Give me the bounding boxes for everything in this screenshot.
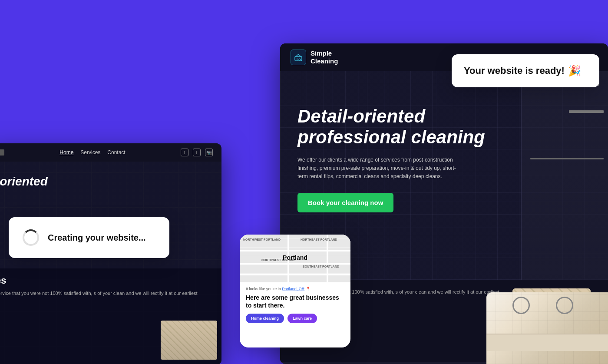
book-cleaning-button[interactable]: Book your cleaning now [297,193,393,212]
loading-spinner [23,229,39,246]
map-label-ne-portland: NORTHEAST PORTLAND [301,238,337,241]
bottom-right-kitchen [486,292,608,364]
hero-description: We offer our clients a wide range of ser… [297,156,463,181]
left-hero-text: -oriented [0,175,48,189]
ready-text: Your website is ready! 🎉 [464,65,587,77]
wall-line [530,158,604,159]
left-nav-logo-placeholder [0,149,4,156]
left-nav-links: Home Services Contact [59,149,125,156]
svg-rect-0 [295,56,302,61]
left-nav-contact[interactable]: Contact [107,149,125,156]
location-text: It looks like you're in Portland, OR 📍 [246,287,344,291]
hero-content: Detail-oriented professional cleaning We… [297,106,495,212]
map-road-1 [240,250,350,251]
logo-icon [291,50,306,65]
left-kitchen-sim [161,321,217,360]
pendant-light-left [512,297,530,314]
mobile-preview: NORTHWEST PORTLAND NORTHEAST PORTLAND NO… [240,235,350,347]
left-social-icons: f t 📷 [181,149,213,156]
creating-text: Creating your website... [48,233,146,243]
shelf-fixture [569,110,604,113]
twitter-icon[interactable]: t [193,149,201,156]
mobile-heading: Here are some great businesses to start … [246,294,344,309]
hero-title: Detail-oriented professional cleaning [297,106,495,148]
map-road-3 [240,274,350,275]
portland-city-label: Portland [283,254,307,261]
logo-area: Simple Cleaning [291,50,338,65]
map-road-v2 [327,235,328,282]
creating-popup: Creating your website... [9,217,169,258]
left-bottom-label: es [0,275,213,286]
home-cleaning-button[interactable]: Home cleaning [246,314,284,323]
kitchen-tiles [486,292,608,364]
facebook-icon[interactable]: f [181,149,188,156]
kitchen-photo [486,292,608,364]
map-label-nw-portland: NORTHWEST PORTLAND [243,238,281,241]
map-label-se-portland: SOUTHEAST PORTLAND [303,265,339,268]
mobile-map: NORTHWEST PORTLAND NORTHEAST PORTLAND NO… [240,235,350,282]
lawn-care-button[interactable]: Lawn care [287,314,317,323]
map-road-2 [240,263,350,265]
location-pin-icon: 📍 [306,287,311,291]
bathroom-wall [521,71,608,280]
svg-point-1 [299,59,301,60]
left-kitchen-thumb [161,321,217,360]
instagram-icon[interactable]: 📷 [205,149,213,156]
left-hero-heading: -oriented [0,175,48,189]
ready-popup: Your website is ready! 🎉 [452,54,599,87]
left-nav-services[interactable]: Services [80,149,100,156]
left-bottom-section: es service that you were not 100% satisf… [0,268,221,364]
mobile-card-content: It looks like you're in Portland, OR 📍 H… [240,282,350,328]
pendant-light-right [556,297,573,314]
kitchen-counter [486,334,608,351]
left-hero: -oriented es service that you were not 1… [0,162,221,364]
party-emoji: 🎉 [568,65,581,77]
mobile-service-buttons: Home cleaning Lawn care [246,314,344,323]
location-link[interactable]: Portland, OR [282,287,304,291]
left-nav: Home Services Contact f t 📷 [0,143,221,162]
left-bottom-description: service that you were not 100% satisfied… [0,290,213,297]
logo-text: Simple Cleaning [311,50,338,65]
left-nav-home[interactable]: Home [59,149,73,156]
